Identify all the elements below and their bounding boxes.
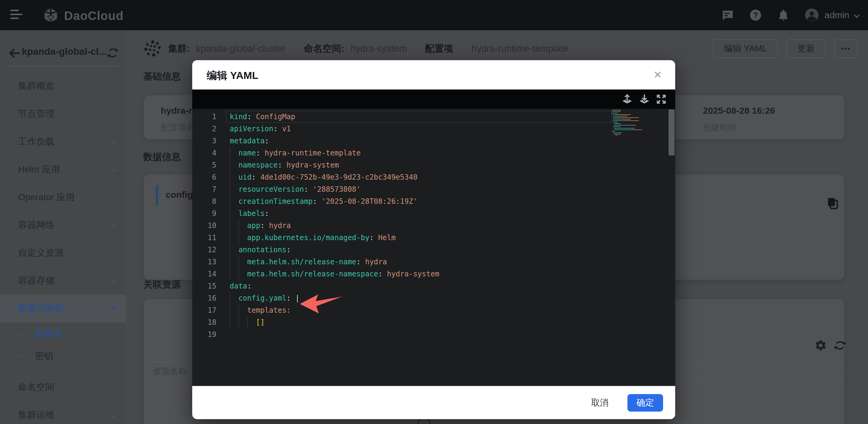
data-info-title: 数据信息 [143,151,181,163]
editor-toolbar [192,90,675,109]
sidebar-item-Helm 应用[interactable]: Helm 应用 [0,155,126,183]
line-number: 19 [192,328,221,340]
line-number: 3 [192,135,221,147]
code-line-4[interactable]: 4 name: hydra-runtime-template [192,147,675,159]
logo-text: DaoCloud [64,9,124,23]
sidebar-item-集群概览[interactable]: 集群概览 [0,72,126,100]
code-line-10[interactable]: 10 app: hydra [192,219,675,232]
sidebar-item-自定义资源[interactable]: 自定义资源 [0,239,126,267]
sidebar-item-label: 集群运维 [18,409,54,421]
download-icon[interactable] [639,93,650,105]
basic-info-title: 基础信息 [143,70,181,83]
more-actions-button[interactable]: ••• [834,39,858,58]
sidebar-item-label: 命名空间 [18,381,54,393]
code-text: app.kubernetes.io/managed-by: Helm [230,234,396,242]
breadcrumb-separator: / [413,43,419,54]
chevron-down-icon [110,412,116,418]
line-number: 10 [192,219,221,232]
daocloud-cube-icon [42,7,59,24]
modal-title: 编辑 YAML [207,69,258,83]
line-number: 4 [192,147,221,159]
sidebar-item-容器存储[interactable]: 容器存储 [0,267,126,295]
code-line-17[interactable]: 17 templates: [192,304,675,316]
back-arrow-icon[interactable] [8,47,21,60]
breadcrumb-cluster-label: 集群: [168,42,190,55]
chat-icon[interactable] [721,8,735,22]
code-line-12[interactable]: 12 annotations: [192,244,675,256]
sidebar-item-label: Helm 应用 [18,163,60,176]
gear-icon[interactable] [814,339,827,352]
svg-text:?: ? [753,11,758,19]
code-line-3[interactable]: 3metadata: [192,135,675,147]
code-line-19[interactable]: 19 [192,328,675,340]
edit-yaml-button[interactable]: 编辑 YAML [713,39,778,58]
line-number: 16 [192,292,221,304]
line-number: 17 [192,304,221,316]
confirm-button[interactable]: 确定 [627,394,663,412]
code-text: meta.helm.sh/release-namespace: hydra-sy… [230,270,439,278]
help-icon[interactable]: ? [749,8,762,22]
created-time-label: 创建时间 [703,122,737,133]
code-line-5[interactable]: 5 namespace: hydra-system [192,159,675,171]
line-number: 6 [192,171,221,183]
code-line-7[interactable]: 7 resourceVersion: '288573808' [192,183,675,195]
sidebar-item-label: 集群概览 [18,80,54,92]
code-text: config.yaml: | [230,294,300,302]
sidebar-item-命名空间[interactable]: 命名空间 [0,373,126,401]
switch-cluster-icon[interactable] [106,47,119,59]
breadcrumb-resource-name: hydra-runtime-template [471,43,568,54]
yaml-editor[interactable]: 1kind: ConfigMap2apiVersion: v13metadata… [192,109,675,386]
close-icon[interactable]: ✕ [650,67,665,82]
sidebar-item-工作负载[interactable]: 工作负载 [0,128,126,155]
line-number: 18 [192,316,221,328]
copy-icon[interactable] [826,196,840,210]
sidebar-item-Operator 应用[interactable]: Operator 应用 [0,183,126,211]
sidebar-item-配置与密钥[interactable]: 配置与密钥 [0,295,126,323]
related-resources-title: 关联资源 [143,278,181,291]
line-number: 8 [192,195,221,208]
code-line-6[interactable]: 6 uid: 4de1d00c-752b-49e3-9d23-c2bc349e5… [192,171,675,183]
editor-scrollbar[interactable] [669,110,675,155]
line-number: 14 [192,268,221,280]
top-bar: DaoCloud ? admin [0,0,868,30]
code-line-14[interactable]: 14 meta.helm.sh/release-namespace: hydra… [192,268,675,280]
line-number: 2 [192,123,221,135]
code-line-18[interactable]: 18 [] [192,316,675,328]
sidebar-item-集群运维[interactable]: 集群运维 [0,401,126,424]
bell-icon[interactable] [777,8,790,22]
update-button[interactable]: 更新 [786,39,826,58]
sidebar-item-容器网络[interactable]: 容器网络 [0,211,126,239]
code-line-9[interactable]: 9 labels: [192,208,675,219]
code-text: data: [230,282,251,290]
user-menu[interactable]: admin [805,8,859,22]
code-text: meta.helm.sh/release-name: hydra [230,258,387,266]
upload-icon[interactable] [621,93,633,105]
code-line-16[interactable]: 16 config.yaml: | [192,292,675,304]
editor-minimap[interactable] [612,110,668,138]
fullscreen-icon[interactable] [655,93,667,105]
breadcrumb-namespace-value[interactable]: hydra-system [350,43,407,54]
code-line-2[interactable]: 2apiVersion: v1 [192,123,675,135]
menu-icon[interactable] [10,10,22,21]
sidebar-item-密钥[interactable]: —密钥 [0,345,126,367]
breadcrumb-cluster-value[interactable]: kpanda-global-cluster [196,43,285,54]
edit-yaml-modal: 编辑 YAML ✕ 1kind: ConfigMap2apiVersion: v… [192,60,675,419]
code-line-11[interactable]: 11 app.kubernetes.io/managed-by: Helm [192,232,675,244]
code-line-1[interactable]: 1kind: ConfigMap [192,111,675,123]
sidebar-item-label: Operator 应用 [18,191,75,204]
code-line-13[interactable]: 13 meta.helm.sh/release-name: hydra [192,256,675,268]
sidebar-item-配置项[interactable]: —配置项 [0,323,126,345]
sidebar-item-label: 节点管理 [18,108,54,120]
sidebar-item-节点管理[interactable]: 节点管理 [0,100,126,128]
breadcrumb-separator: / [459,43,465,54]
breadcrumb-separator: / [292,43,298,54]
breadcrumb-kind[interactable]: 配置项 [425,42,453,55]
code-text: namespace: hydra-system [230,161,339,169]
line-number: 5 [192,159,221,171]
refresh-icon[interactable] [834,339,846,352]
cancel-button[interactable]: 取消 [586,393,614,413]
code-line-15[interactable]: 15data: [192,280,675,292]
subitem-dash-icon: — [18,351,27,361]
sidebar-item-label: 容器存储 [18,275,54,287]
code-line-8[interactable]: 8 creationTimestamp: '2025-08-28T08:26:1… [192,195,675,208]
